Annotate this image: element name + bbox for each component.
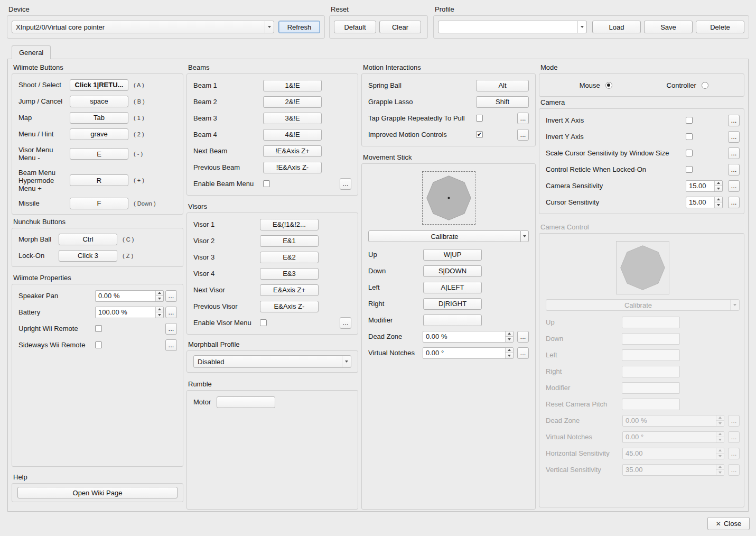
nunchuk-buttons-title: Nunchuk Buttons [13,218,183,226]
spin-up-icon[interactable] [506,348,513,354]
mode-option-mouse[interactable]: Mouse [550,81,642,89]
improved-motion-advanced-button[interactable]: ... [517,129,529,141]
enable-visor-menu-advanced-button[interactable]: ... [340,317,351,329]
speaker-pan-spinbox[interactable]: 0.00 % [95,290,164,302]
invert-y-checkbox[interactable] [686,133,693,140]
beam-3-mapping-button[interactable]: 3&!E [263,113,322,124]
menu-hint-mapping-button[interactable]: grave [70,128,128,140]
radio-selected-icon[interactable] [605,82,612,89]
missile-mapping-button[interactable]: F [70,198,128,209]
grapple-lasso-mapping-button[interactable]: Shift [476,96,529,108]
calibrate-button[interactable]: Calibrate [368,230,521,242]
stick-modifier-mapping-button[interactable] [423,315,482,326]
spin-down-icon[interactable] [715,186,722,191]
tap-grapple-checkbox[interactable] [476,115,483,122]
next-visor-mapping-button[interactable]: E&Axis Z+ [260,284,319,296]
load-button[interactable]: Load [592,21,641,33]
enable-visor-menu-checkbox[interactable] [260,319,267,326]
spin-down-icon[interactable] [506,353,513,358]
spin-up-icon[interactable] [506,331,513,337]
invert-x-advanced-button[interactable]: ... [728,115,740,126]
shoot-select-hint: ( A ) [134,82,144,88]
cursor-sensitivity-advanced-button[interactable]: ... [728,197,740,208]
stick-up-mapping-button[interactable]: W|UP [423,249,482,261]
clear-button[interactable]: Clear [379,21,421,33]
spin-up-icon[interactable] [156,307,163,313]
invert-x-checkbox[interactable] [686,117,693,124]
beam-3-label: Beam 3 [193,114,263,122]
shoot-select-mapping-button[interactable]: Click 1|RETU... [70,79,128,91]
tap-grapple-advanced-button[interactable]: ... [517,113,529,124]
morph-ball-mapping-button[interactable]: Ctrl [59,234,117,245]
enable-beam-menu-advanced-button[interactable]: ... [340,178,351,190]
save-button[interactable]: Save [644,21,693,33]
enable-beam-menu-checkbox[interactable] [263,180,270,187]
visor-3-mapping-button[interactable]: E&2 [260,252,319,263]
default-button[interactable]: Default [334,21,376,33]
motor-mapping-button[interactable] [217,396,275,408]
device-combobox[interactable]: XInput2/0/Virtual core pointer [12,21,274,33]
stick-dead-zone-advanced-button[interactable]: ... [517,331,529,343]
stick-dead-zone-spinbox[interactable]: 0.00 % [423,331,514,343]
invert-y-advanced-button[interactable]: ... [728,131,740,143]
spin-down-icon[interactable] [156,312,163,318]
close-button[interactable]: ✕ Close [707,517,750,530]
refresh-button[interactable]: Refresh [278,21,320,33]
scale-cursor-checkbox[interactable] [686,150,693,156]
beam-4-mapping-button[interactable]: 4&!E [263,129,322,141]
battery-spinbox[interactable]: 100.00 % [95,307,164,318]
open-wiki-page-button[interactable]: Open Wiki Page [17,487,178,498]
beam-1-mapping-button[interactable]: 1&!E [263,80,322,91]
visor-4-mapping-button[interactable]: E&3 [260,268,319,280]
mapping-row: Motor [193,394,351,410]
previous-visor-mapping-button[interactable]: E&Axis Z- [260,301,319,312]
visor-menu-mapping-button[interactable]: E [70,148,128,160]
control-reticle-advanced-button[interactable]: ... [728,164,740,175]
spin-down-icon[interactable] [506,337,513,342]
stick-right-mapping-button[interactable]: D|RIGHT [423,298,482,310]
jump-cancel-mapping-button[interactable]: space [70,96,128,107]
stick-down-mapping-button[interactable]: S|DOWN [423,265,482,277]
map-mapping-button[interactable]: Tab [70,112,128,124]
scale-cursor-advanced-button[interactable]: ... [728,147,740,159]
speaker-pan-advanced-button[interactable]: ... [165,290,177,302]
option-row: Scale Cursor Sensitivity by Window Size … [546,145,740,161]
improved-motion-checkbox[interactable]: ✔ [476,131,483,138]
vertical-sensitivity-advanced-button: ... [728,464,740,476]
radio-unselected-icon[interactable] [702,82,708,89]
spin-down-icon[interactable] [715,202,722,208]
lock-on-mapping-button[interactable]: Click 3 [59,250,117,262]
missile-hint: ( Down ) [134,200,156,207]
sideways-checkbox[interactable] [95,341,102,348]
beam-2-mapping-button[interactable]: 2&!E [263,96,322,108]
morphball-profile-combobox[interactable]: Disabled [193,355,351,368]
visor-1-mapping-button[interactable]: E&(!1&!2... [260,219,319,230]
next-beam-mapping-button[interactable]: !E&Axis Z+ [263,145,322,157]
sideways-advanced-button[interactable]: ... [165,339,177,351]
profile-combobox[interactable] [438,21,587,33]
stick-left-mapping-button[interactable]: A|LEFT [423,282,482,293]
camera-sensitivity-spinbox[interactable]: 15.00 [686,180,723,192]
battery-advanced-button[interactable]: ... [165,307,177,318]
upright-advanced-button[interactable]: ... [165,323,177,335]
control-reticle-checkbox[interactable] [686,166,693,173]
beam-menu-mapping-button[interactable]: R [70,174,128,186]
spin-up-icon[interactable] [715,181,722,187]
stick-virtual-notches-advanced-button[interactable]: ... [517,347,529,359]
mode-option-controller[interactable]: Controller [642,81,734,89]
camera-sensitivity-advanced-button[interactable]: ... [728,180,740,192]
spin-up-icon[interactable] [715,197,722,203]
previous-beam-mapping-button[interactable]: !E&Axis Z- [263,162,322,173]
visor-2-mapping-button[interactable]: E&1 [260,235,319,247]
tab-general[interactable]: General [12,45,51,59]
spin-down-icon[interactable] [156,296,163,301]
spin-up-icon[interactable] [156,291,163,297]
delete-button[interactable]: Delete [696,21,744,33]
upright-checkbox[interactable] [95,325,102,332]
stick-virtual-notches-spinbox[interactable]: 0.00 ° [423,347,514,359]
calibrate-dropdown-button[interactable] [521,230,529,242]
speaker-pan-value: 0.00 % [96,291,155,301]
cam-right-label: Right [546,367,622,375]
cursor-sensitivity-spinbox[interactable]: 15.00 [686,197,723,208]
spring-ball-mapping-button[interactable]: Alt [476,80,529,91]
